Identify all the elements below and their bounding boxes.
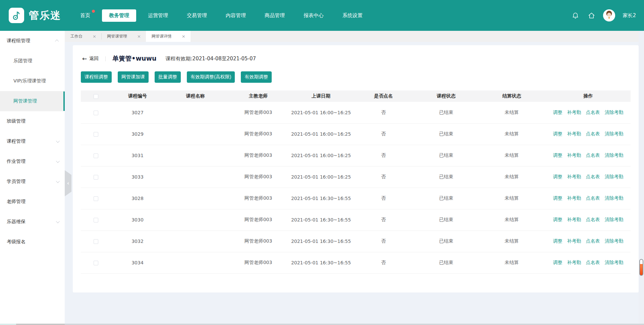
toolbar-button[interactable]: 批量调整 [155,71,181,83]
clear-attendance-link[interactable]: 清除考勤 [605,174,624,179]
sidebar-item[interactable]: 学员管理 [0,172,65,192]
toolbar-button[interactable]: 课程组调整 [81,71,112,83]
clear-attendance-link[interactable]: 清除考勤 [605,260,624,265]
top-nav-item[interactable]: 交易管理 [180,9,214,22]
sidebar-menu: 课程组管理 乐团管理 VIP/乐理课管理 网管课管理 班级管理 课程管理 作业管… [0,31,65,324]
tab-close-icon[interactable]: × [137,34,141,39]
top-nav-item[interactable]: 教务管理 [102,9,136,22]
rollcall-sheet-link[interactable]: 点名表 [586,260,600,265]
row-checkbox[interactable] [94,111,98,115]
clear-attendance-link[interactable]: 清除考勤 [605,195,624,201]
top-nav-item-label: 首页 [80,12,90,18]
makeup-attendance-link[interactable]: 补考勤 [567,174,581,179]
sidebar-item-label: 网管课管理 [13,98,37,104]
cell-actions: 调整补考勤点名表清除考勤 [546,166,631,188]
open-tab[interactable]: 网管课详情 × [146,31,191,42]
sidebar-item[interactable]: 课程组管理 [0,31,65,51]
toolbar-button[interactable]: 有效期调整 [241,71,272,83]
vertical-scrollbar-thumb[interactable] [639,259,643,276]
adjust-link[interactable]: 调整 [553,217,562,222]
sidebar-item[interactable]: 考级报名 [0,232,65,252]
adjust-link[interactable]: 调整 [553,110,562,115]
sidebar-item[interactable]: 网管课管理 [0,91,65,111]
makeup-attendance-link[interactable]: 补考勤 [567,152,581,158]
rollcall-sheet-link[interactable]: 点名表 [586,217,600,222]
top-nav-item[interactable]: 报表中心 [297,9,331,22]
cell-rollcall: 否 [352,123,415,145]
toolbar-button[interactable]: 有效期调整(高权限) [187,71,235,83]
cell-teacher: 网管老师003 [227,252,290,273]
adjust-link[interactable]: 调整 [553,152,562,158]
makeup-attendance-link[interactable]: 补考勤 [567,195,581,201]
rollcall-sheet-link[interactable]: 点名表 [586,152,600,158]
select-all-checkbox[interactable] [94,94,98,99]
top-nav-item[interactable]: 首页 [73,9,97,22]
clear-attendance-link[interactable]: 清除考勤 [605,152,624,158]
row-checkbox[interactable] [94,153,98,158]
cell-actions: 调整补考勤点名表清除考勤 [546,145,631,166]
sidebar-item[interactable]: 老师管理 [0,192,65,212]
cell-teacher: 网管老师003 [227,231,290,252]
clear-attendance-link[interactable]: 清除考勤 [605,110,624,115]
user-avatar[interactable] [603,9,615,21]
sidebar-item-label: 考级报名 [7,239,25,245]
rollcall-sheet-link[interactable]: 点名表 [586,195,600,201]
toolbar-button[interactable]: 网管课加课 [118,71,149,83]
makeup-attendance-link[interactable]: 补考勤 [567,217,581,222]
clear-attendance-link[interactable]: 清除考勤 [605,238,624,244]
row-checkbox[interactable] [94,261,98,265]
sidebar-item[interactable]: 课程管理 [0,131,65,151]
sidebar-item[interactable]: 作业管理 [0,151,65,172]
makeup-attendance-link[interactable]: 补考勤 [567,260,581,265]
top-nav-item[interactable]: 运营管理 [141,9,175,22]
cell-lesson-date: 2021-05-01 16:30~16:55 [290,188,352,209]
row-checkbox[interactable] [94,239,98,244]
makeup-attendance-link[interactable]: 补考勤 [567,110,581,115]
chevron-icon [56,159,60,163]
clear-attendance-link[interactable]: 清除考勤 [605,131,624,136]
toolbar-button-label: 网管课加课 [121,74,145,80]
sidebar-item[interactable]: 乐团管理 [0,51,65,71]
clear-attendance-link[interactable]: 清除考勤 [605,217,624,222]
sidebar-item[interactable]: 乐器维保 [0,212,65,232]
sidebar-collapse-handle[interactable]: ‹ [65,170,71,196]
adjust-link[interactable]: 调整 [553,260,562,265]
back-button[interactable]: ← 返回 [82,56,99,62]
adjust-link[interactable]: 调整 [553,195,562,201]
sidebar-item[interactable]: 班级管理 [0,111,65,131]
horizontal-scrollbar-thumb[interactable] [0,324,16,325]
cell-rollcall: 否 [352,102,415,123]
row-checkbox[interactable] [94,132,98,137]
action-toolbar: 课程组调整 网管课加课 批量调整 有效期调整(高权限) 有效期调整 [81,71,639,83]
makeup-attendance-link[interactable]: 补考勤 [567,238,581,244]
cell-course-id: 3034 [111,252,164,273]
tab-close-icon[interactable]: × [93,34,96,39]
top-nav-item[interactable]: 系统设置 [335,9,370,22]
adjust-link[interactable]: 调整 [553,174,562,179]
tab-close-icon[interactable]: × [182,34,185,39]
top-nav-item[interactable]: 商品管理 [258,9,292,22]
brand-logo[interactable]: 管乐迷 [9,8,61,23]
rollcall-sheet-link[interactable]: 点名表 [586,131,600,136]
rollcall-sheet-link[interactable]: 点名表 [586,174,600,179]
open-tab[interactable]: 网管课管理 × [101,31,146,42]
row-checkbox[interactable] [94,218,98,222]
user-name[interactable]: 家长2 [623,12,636,19]
makeup-attendance-link[interactable]: 补考勤 [567,131,581,136]
row-checkbox[interactable] [94,175,98,180]
open-tab[interactable]: 工作台 × [65,31,101,42]
notifications-button[interactable] [571,11,580,20]
rollcall-sheet-link[interactable]: 点名表 [586,110,600,115]
row-select-cell [81,145,111,166]
cell-lesson-date: 2021-05-01 16:30~16:55 [290,209,352,231]
top-nav-item[interactable]: 内容管理 [219,9,253,22]
vertical-scrollbar-track[interactable] [639,31,644,325]
sidebar-item[interactable]: VIP/乐理课管理 [0,71,65,91]
course-detail-card: ← 返回 单簧管•wuwu 课程有效期:2021-04-08至2021-05-0… [73,45,639,292]
row-checkbox[interactable] [94,196,98,201]
adjust-link[interactable]: 调整 [553,131,562,136]
home-button[interactable] [587,11,596,20]
adjust-link[interactable]: 调整 [553,238,562,244]
rollcall-sheet-link[interactable]: 点名表 [586,238,600,244]
horizontal-scrollbar-track[interactable] [0,324,644,325]
